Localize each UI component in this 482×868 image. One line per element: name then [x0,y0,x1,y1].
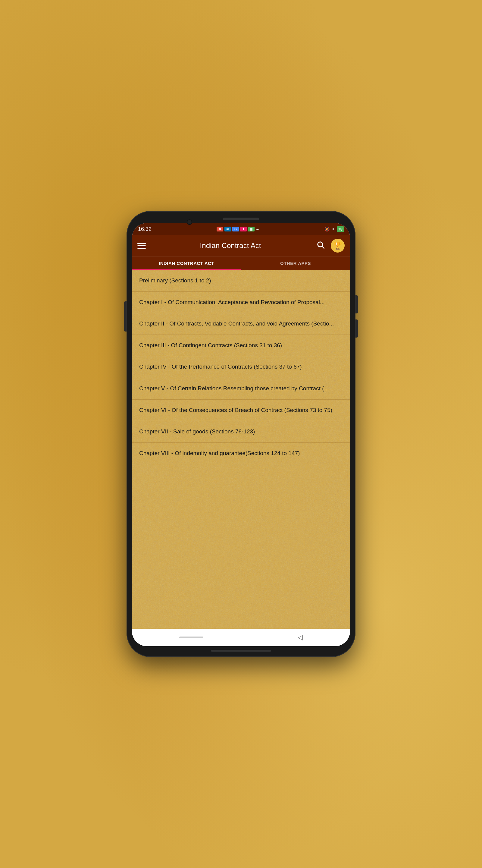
list-item-text: Chapter V - Of Certain Relations Resembl… [139,385,329,392]
hamburger-line-2 [137,245,146,246]
svg-line-1 [322,246,324,248]
tab-bar: INDIAN CONTRACT ACT OTHER APPS [132,256,350,270]
list-item-text: Chapter VI - Of the Consequences of Brea… [139,407,332,413]
hamburger-line-1 [137,243,146,244]
volume-up-button[interactable] [355,296,358,313]
ellipsis-icon: ··· [256,227,259,231]
bottom-speaker [211,650,271,652]
hamburger-menu-button[interactable] [137,243,146,249]
notif-google-icon: G [232,227,239,231]
list-item-text: Chapter IV - Of the Perfomance of Contra… [139,364,302,370]
phone-top [132,216,350,220]
app-title: Indian Contract Act [151,241,310,250]
battery-indicator: 78 [337,226,344,232]
notif-close-icon: ✕ [217,227,223,231]
list-item[interactable]: Chapter VII - Sale of goods (Sections 76… [132,421,350,443]
phone-device: 16:32 ✕ in G ✦ ▦ ··· 🔕 ✦ 78 Indian C [127,211,355,657]
list-item-text: Chapter I - Of Communication, Acceptance… [139,299,325,305]
home-indicator [179,637,203,638]
list-item[interactable]: Preliminary (Sections 1 to 2) [132,270,350,292]
phone-bottom [132,650,350,652]
list-item[interactable]: Chapter VI - Of the Consequences of Brea… [132,400,350,421]
trophy-icon: 🏆 [333,241,342,250]
tab-other-apps[interactable]: OTHER APPS [241,256,350,270]
notif-app1-icon: ✦ [240,227,247,231]
list-item[interactable]: Chapter VIII - Of indemnity and guarante… [132,443,350,464]
back-arrow-icon: ◁ [298,633,303,641]
profile-avatar-button[interactable]: 🏆 [331,239,345,253]
notif-linkedin-icon: in [224,227,231,231]
app-bar: Indian Contract Act 🏆 [132,235,350,256]
list-item-text: Preliminary (Sections 1 to 2) [139,277,211,284]
phone-screen: 16:32 ✕ in G ✦ ▦ ··· 🔕 ✦ 78 Indian C [132,223,350,646]
vibrate-icon: 🔕 [324,227,329,231]
home-button[interactable] [179,637,203,638]
list-item[interactable]: Chapter III - Of Contingent Contracts (S… [132,335,350,356]
notif-app2-icon: ▦ [248,227,255,231]
tab-indian-contract-act[interactable]: INDIAN CONTRACT ACT [132,256,241,270]
list-item-text: Chapter VIII - Of indemnity and guarante… [139,450,300,456]
list-item[interactable]: Chapter I - Of Communication, Acceptance… [132,292,350,313]
status-time: 16:32 [138,226,152,232]
list-item[interactable]: Chapter V - Of Certain Relations Resembl… [132,378,350,400]
list-item-text: Chapter II - Of Contracts, Voidable Cont… [139,320,334,327]
list-item[interactable]: Chapter II - Of Contracts, Voidable Cont… [132,313,350,335]
content-list: Preliminary (Sections 1 to 2) Chapter I … [132,270,350,629]
bottom-navigation: ◁ [132,629,350,646]
volume-down-button[interactable] [355,319,358,338]
list-item-text: Chapter III - Of Contingent Contracts (S… [139,342,282,348]
system-icons: 🔕 ✦ 78 [324,226,344,232]
back-button[interactable]: ◁ [298,633,303,641]
status-bar: 16:32 ✕ in G ✦ ▦ ··· 🔕 ✦ 78 [132,223,350,235]
top-speaker [223,218,259,220]
front-camera [187,219,192,225]
search-button[interactable] [315,239,326,252]
list-item-text: Chapter VII - Sale of goods (Sections 76… [139,428,255,435]
hamburger-line-3 [137,248,146,249]
list-item[interactable]: Chapter IV - Of the Perfomance of Contra… [132,356,350,378]
notification-area: ✕ in G ✦ ▦ ··· [217,227,259,231]
bluetooth-icon: ✦ [331,227,335,231]
power-button[interactable] [124,301,127,332]
